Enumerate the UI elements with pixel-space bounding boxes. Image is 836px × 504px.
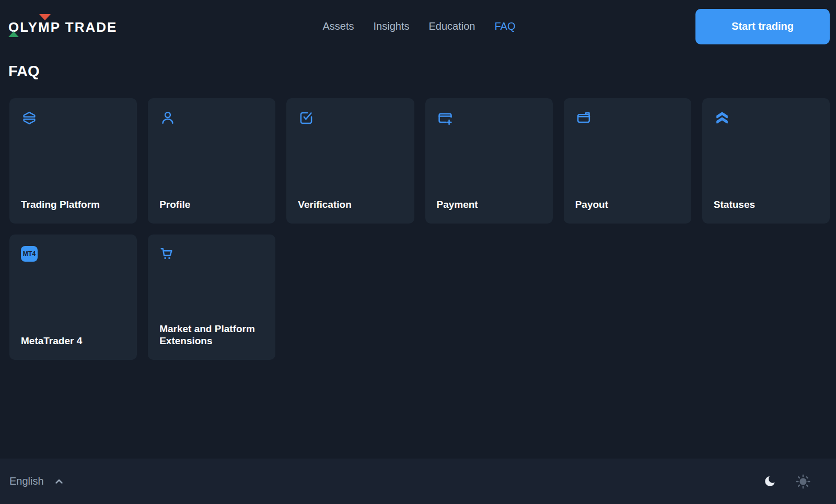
logo-red-triangle-icon <box>39 14 51 20</box>
page-title: FAQ <box>8 63 836 80</box>
card-label: Profile <box>159 199 264 212</box>
card-label: Market and Platform Extensions <box>159 323 264 348</box>
card-label: Verification <box>298 199 402 212</box>
rank-chevrons-icon <box>714 110 730 126</box>
main-nav: Assets Insights Education FAQ <box>323 20 516 32</box>
card-metatrader-4[interactable]: MT4 MetaTrader 4 <box>9 235 137 360</box>
card-profile[interactable]: Profile <box>148 98 275 224</box>
card-label: Statuses <box>714 199 818 212</box>
card-trading-platform[interactable]: Trading Platform <box>9 98 137 224</box>
card-label: Payment <box>437 199 541 212</box>
faq-category-grid: Trading Platform Profile Verification <box>0 80 836 360</box>
card-label: Payout <box>575 199 680 212</box>
chevron-up-icon <box>53 475 65 488</box>
mt4-badge-text: MT4 <box>21 246 38 262</box>
card-label: MetaTrader 4 <box>21 335 125 348</box>
card-statuses[interactable]: Statuses <box>702 98 830 224</box>
footer: English <box>0 459 836 504</box>
theme-toggles <box>763 474 811 489</box>
nav-item-assets[interactable]: Assets <box>323 20 354 32</box>
trading-platform-icon <box>21 110 38 126</box>
nav-item-faq[interactable]: FAQ <box>494 20 515 32</box>
dark-theme-moon-icon[interactable] <box>763 474 778 489</box>
card-payout[interactable]: Payout <box>564 98 691 224</box>
start-trading-button[interactable]: Start trading <box>695 9 830 44</box>
shopping-cart-icon <box>159 246 176 263</box>
card-payment[interactable]: Payment <box>425 98 553 224</box>
verification-check-icon <box>298 110 315 126</box>
card-label: Trading Platform <box>21 199 125 212</box>
light-theme-sun-icon[interactable] <box>795 474 811 489</box>
header: OLYMP TRADE Assets Insights Education FA… <box>0 0 836 53</box>
nav-item-education[interactable]: Education <box>429 20 475 32</box>
wallet-icon <box>575 110 592 126</box>
nav-item-insights[interactable]: Insights <box>374 20 410 32</box>
logo-text: OLYMP TRADE <box>8 19 117 35</box>
olymp-trade-logo[interactable]: OLYMP TRADE <box>8 17 117 36</box>
card-market-platform-extensions[interactable]: Market and Platform Extensions <box>148 235 275 360</box>
card-add-icon <box>437 110 454 126</box>
card-verification[interactable]: Verification <box>286 98 414 224</box>
logo-green-triangle-icon <box>8 31 19 37</box>
mt4-badge-icon: MT4 <box>21 246 38 263</box>
language-selector[interactable]: English <box>9 475 65 488</box>
profile-icon <box>159 110 176 126</box>
language-label: English <box>9 475 44 487</box>
